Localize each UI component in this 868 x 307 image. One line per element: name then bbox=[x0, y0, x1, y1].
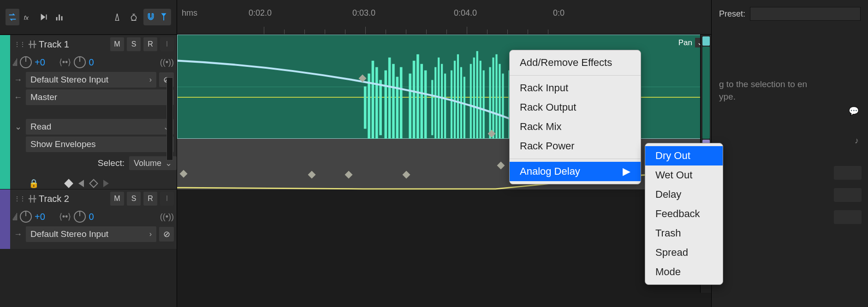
phase-icon[interactable]: ⊘ bbox=[159, 227, 174, 242]
volume-knob[interactable] bbox=[20, 211, 32, 223]
keyframe-indicator[interactable] bbox=[89, 179, 98, 188]
preset-dropdown[interactable] bbox=[750, 7, 861, 21]
monitor-button[interactable]: I bbox=[160, 192, 174, 206]
track-1-automation-row: ⌄ Read ⌄ bbox=[10, 118, 177, 136]
volume-bars-icon bbox=[13, 59, 17, 66]
clip-swatch[interactable] bbox=[834, 166, 862, 180]
music-note-icon[interactable]: ♪ bbox=[855, 136, 859, 146]
pan-knob[interactable] bbox=[74, 211, 86, 223]
input-label: Default Stereo Input bbox=[30, 229, 108, 239]
grip-icon[interactable]: ⋮⋮ bbox=[13, 41, 26, 48]
chevron-right-icon: › bbox=[149, 76, 152, 84]
swap-icon[interactable] bbox=[6, 9, 19, 25]
next-keyframe-button[interactable] bbox=[103, 180, 109, 187]
svg-point-4 bbox=[131, 15, 137, 20]
timer-icon[interactable] bbox=[127, 9, 141, 25]
track-1-output-row: ← Master › bbox=[10, 89, 177, 106]
snap-magnet-icon[interactable] bbox=[144, 10, 157, 24]
playhead-icon[interactable] bbox=[157, 10, 170, 24]
menu-add-remove-effects[interactable]: Add/Remove Effects bbox=[510, 53, 641, 72]
stereo-indicator-icon: ((•)) bbox=[160, 58, 174, 67]
metronome-icon[interactable] bbox=[110, 9, 124, 25]
submenu-trash[interactable]: Trash bbox=[645, 224, 723, 243]
track-wave-icon: ╋╋ bbox=[29, 41, 36, 48]
select-label: Select: bbox=[98, 158, 125, 168]
menu-rack-power[interactable]: Rack Power bbox=[510, 136, 641, 156]
submenu-mode[interactable]: Mode bbox=[645, 262, 723, 282]
clip-swatches bbox=[834, 166, 862, 224]
clip-swatch[interactable] bbox=[834, 210, 862, 224]
comment-icon[interactable]: 💬 bbox=[849, 106, 859, 116]
submenu-spread[interactable]: Spread bbox=[645, 243, 723, 262]
menu-separator bbox=[510, 75, 641, 76]
send-icon[interactable] bbox=[37, 9, 51, 25]
track-2-color[interactable] bbox=[0, 189, 10, 249]
submenu-delay[interactable]: Delay bbox=[645, 185, 723, 204]
solo-button[interactable]: S bbox=[127, 192, 141, 206]
lock-icon[interactable]: 🔒 bbox=[29, 178, 39, 189]
svg-rect-1 bbox=[56, 17, 58, 20]
mute-button[interactable]: M bbox=[110, 37, 124, 51]
clip-swatch[interactable] bbox=[834, 188, 862, 202]
mute-button[interactable]: M bbox=[110, 192, 124, 206]
stereo-indicator-icon: ((•)) bbox=[160, 212, 174, 222]
output-arrow-icon: ← bbox=[13, 93, 23, 102]
track-1-color[interactable] bbox=[0, 35, 10, 189]
preset-label: Preset: bbox=[719, 9, 745, 19]
solo-button[interactable]: S bbox=[127, 37, 141, 51]
time-ruler[interactable]: hms 0:02.0 0:03.0 0:04.0 0:0 bbox=[177, 0, 711, 35]
ruler-tick: 0:0 bbox=[553, 8, 565, 18]
automation-mode-dropdown[interactable]: Read ⌄ bbox=[26, 119, 174, 135]
track-wave-icon: ╋╋ bbox=[29, 195, 36, 202]
ruler-tick: 0:03.0 bbox=[352, 8, 375, 18]
collapse-icon[interactable]: ⌄ bbox=[13, 122, 23, 132]
volume-knob[interactable] bbox=[20, 56, 32, 68]
menu-rack-input[interactable]: Rack Input bbox=[510, 78, 641, 98]
track-2-name[interactable]: Track 2 bbox=[39, 194, 69, 204]
monitor-button[interactable]: I bbox=[160, 37, 174, 51]
menu-rack-mix[interactable]: Rack Mix bbox=[510, 117, 641, 136]
add-keyframe-button[interactable] bbox=[64, 179, 73, 188]
track-panel: fx ⋮⋮ ╋╋ Trac bbox=[0, 0, 177, 307]
grip-icon[interactable]: ⋮⋮ bbox=[13, 195, 26, 202]
fx-icon[interactable]: fx bbox=[21, 9, 35, 25]
prev-keyframe-button[interactable] bbox=[78, 180, 84, 187]
input-dropdown[interactable]: Default Stereo Input › bbox=[26, 226, 156, 242]
track-1-name[interactable]: Track 1 bbox=[39, 39, 69, 50]
submenu-dry-out[interactable]: Dry Out bbox=[645, 146, 723, 165]
preset-row: Preset: bbox=[719, 5, 861, 23]
track-1-knob-row: +0 ⟨••⟩ 0 ((•)) bbox=[10, 53, 177, 71]
menu-rack-output[interactable]: Rack Output bbox=[510, 98, 641, 117]
pan-icon: ⟨••⟩ bbox=[59, 57, 71, 67]
track-2-strip: ⋮⋮ ╋╋ Track 2 M S R I +0 ⟨••⟩ bbox=[0, 189, 177, 249]
spacer-row bbox=[10, 106, 177, 118]
pan-knob[interactable] bbox=[74, 56, 86, 68]
effects-context-menu: Add/Remove Effects Rack Input Rack Outpu… bbox=[509, 50, 641, 184]
submenu-feedback[interactable]: Feedback bbox=[645, 204, 723, 224]
toolbar-right-group bbox=[110, 9, 171, 25]
eq-icon[interactable] bbox=[53, 9, 66, 25]
track-1-strip: ⋮⋮ ╋╋ Track 1 M S R I +0 ⟨••⟩ bbox=[0, 35, 177, 189]
tracks-area: ⋮⋮ ╋╋ Track 1 M S R I +0 ⟨••⟩ bbox=[0, 35, 177, 307]
menu-analog-delay[interactable]: Analog Delay ▶ bbox=[510, 162, 641, 181]
track-2-body: ⋮⋮ ╋╋ Track 2 M S R I +0 ⟨••⟩ bbox=[10, 189, 177, 249]
ruler-tick: 0:04.0 bbox=[454, 8, 477, 18]
input-dropdown[interactable]: Default Stereo Input › bbox=[26, 72, 156, 88]
volume-value[interactable]: +0 bbox=[35, 57, 45, 68]
record-button[interactable]: R bbox=[143, 192, 157, 206]
volume-value[interactable]: +0 bbox=[35, 212, 45, 222]
input-label: Default Stereo Input bbox=[30, 75, 108, 85]
envelopes-dropdown[interactable]: Show Envelopes › bbox=[26, 136, 174, 152]
output-dropdown[interactable]: Master › bbox=[26, 89, 174, 105]
pan-value[interactable]: 0 bbox=[89, 57, 94, 68]
menu-separator bbox=[510, 159, 641, 159]
submenu-wet-out[interactable]: Wet Out bbox=[645, 165, 723, 185]
ruler-tick: 0:02.0 bbox=[249, 8, 272, 18]
record-button[interactable]: R bbox=[143, 37, 157, 51]
track-1-envelopes-row: Show Envelopes › bbox=[10, 136, 177, 153]
track-2-header: ⋮⋮ ╋╋ Track 2 M S R I bbox=[10, 189, 177, 208]
submenu-arrow-icon: ▶ bbox=[623, 165, 630, 177]
pan-value[interactable]: 0 bbox=[89, 212, 94, 222]
select-value: Volume bbox=[134, 159, 161, 168]
track-2-knob-row: +0 ⟨••⟩ 0 ((•)) bbox=[10, 208, 177, 225]
